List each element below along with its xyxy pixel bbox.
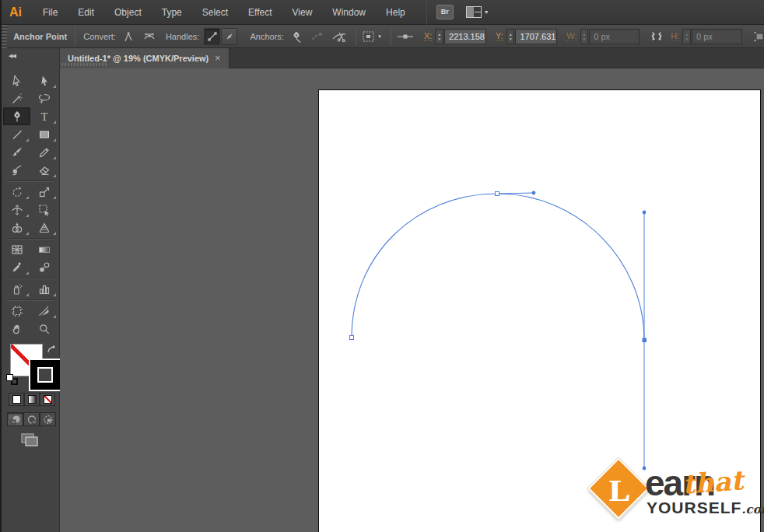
anchors-label: Anchors: (250, 32, 283, 41)
pencil-tool[interactable] (30, 143, 58, 161)
stepper-down-icon[interactable]: ▼ (509, 37, 513, 41)
menu-object[interactable]: Object (104, 0, 152, 25)
gradient-tool[interactable] (30, 240, 58, 258)
artboard-tool[interactable] (3, 302, 30, 320)
type-icon: T (38, 110, 51, 123)
draw-behind-button[interactable] (23, 412, 40, 426)
rotate-icon (11, 186, 23, 198)
menu-file[interactable]: File (33, 0, 68, 25)
w-input: 0 px (589, 29, 640, 44)
width-tool[interactable] (3, 201, 30, 219)
magic-wand-tool[interactable] (3, 89, 30, 107)
menu-view[interactable]: View (282, 0, 323, 25)
convert-to-smooth-button[interactable] (142, 28, 158, 45)
symbol-sprayer-tool[interactable] (3, 280, 30, 298)
draw-normal-icon (10, 415, 21, 425)
column-graph-icon (38, 283, 51, 296)
x-stepper[interactable]: ▲ ▼ (435, 29, 443, 44)
handles-label: Handles: (166, 32, 199, 41)
separator (75, 27, 75, 46)
swap-fill-stroke-icon[interactable] (46, 344, 58, 358)
pen-tool[interactable] (3, 107, 30, 125)
gradient-icon (38, 243, 51, 256)
scale-icon (38, 186, 51, 198)
eyedropper-tool[interactable] (3, 258, 30, 276)
chevron-down-icon: ▼ (484, 9, 489, 15)
free-transform-icon (38, 204, 51, 216)
default-fill-stroke-icon[interactable] (6, 374, 19, 386)
control-bar-grip[interactable] (2, 25, 7, 48)
workspace-switcher-button[interactable]: ▼ (466, 6, 489, 18)
hide-handles-button[interactable] (221, 28, 237, 45)
isolate-selected-object-button[interactable]: ▼ (361, 28, 383, 45)
separator (356, 27, 356, 46)
convert-label: Convert: (83, 32, 116, 41)
y-input[interactable]: 1707.631 px (515, 29, 557, 44)
remove-anchor-points-button[interactable] (289, 28, 305, 45)
draw-inside-button[interactable] (40, 412, 56, 426)
shape-builder-icon (11, 222, 23, 234)
menu-effect[interactable]: Effect (238, 0, 282, 25)
stroke-swatch-black[interactable] (29, 359, 61, 391)
blob-brush-tool[interactable] (3, 161, 30, 179)
selection-tool[interactable] (3, 72, 30, 89)
transform-panel-icon-clipped (753, 30, 764, 43)
lasso-tool[interactable] (30, 89, 58, 107)
tool-grid: T (3, 72, 58, 338)
collapse-panel-icon[interactable]: ◀◀ (9, 53, 16, 59)
menu-edit[interactable]: Edit (68, 0, 104, 25)
paintbrush-tool[interactable] (3, 143, 30, 161)
illustrator-window: Ai File Edit Object Type Select Effect V… (0, 0, 764, 532)
bridge-button[interactable]: Br (436, 5, 454, 19)
hand-tool[interactable] (3, 320, 30, 338)
line-segment-tool[interactable] (3, 125, 30, 143)
none-swatch-icon (44, 395, 52, 404)
connect-path-icon (310, 30, 324, 43)
mesh-icon (11, 243, 23, 256)
panel-grip-dots (61, 63, 107, 66)
scale-tool[interactable] (30, 183, 58, 201)
h-label: H: (671, 31, 679, 41)
eyedropper-icon (11, 261, 23, 274)
perspective-grid-tool[interactable] (30, 219, 58, 236)
show-handles-button[interactable] (204, 28, 220, 45)
eraser-tool[interactable] (30, 161, 58, 179)
menu-select[interactable]: Select (192, 0, 238, 25)
rectangle-tool[interactable] (30, 125, 58, 143)
convert-to-corner-button[interactable] (121, 28, 137, 45)
canvas-area[interactable]: L earn that YOURSELF.com (60, 68, 764, 532)
shape-builder-tool[interactable] (3, 219, 30, 236)
close-icon[interactable]: × (215, 53, 220, 64)
cut-path-button[interactable] (331, 28, 348, 45)
blend-tool[interactable] (30, 258, 58, 276)
stepper-down-icon[interactable]: ▼ (437, 37, 441, 41)
rotate-tool[interactable] (3, 183, 30, 201)
y-stepper[interactable]: ▲ ▼ (506, 29, 515, 44)
free-transform-tool[interactable] (30, 201, 58, 219)
draw-normal-button[interactable] (7, 412, 23, 426)
x-input[interactable]: 2213.158 px (444, 29, 486, 44)
lasso-icon (37, 93, 51, 105)
mesh-tool[interactable] (3, 240, 30, 258)
color-swatch-icon (12, 395, 21, 404)
menu-window[interactable]: Window (322, 0, 376, 25)
color-button[interactable] (9, 393, 24, 406)
appearance-buttons (9, 393, 55, 406)
type-tool[interactable]: T (30, 107, 58, 125)
symbol-sprayer-icon (11, 283, 23, 296)
selection-arrow-icon (11, 75, 23, 87)
none-button[interactable] (40, 393, 55, 406)
zoom-tool[interactable] (30, 320, 58, 338)
column-graph-tool[interactable] (30, 280, 58, 298)
menu-bar: Ai File Edit Object Type Select Effect V… (2, 0, 764, 25)
menu-type[interactable]: Type (152, 0, 192, 25)
direct-selection-arrow-icon (38, 75, 51, 87)
gradient-button[interactable] (24, 393, 40, 406)
perspective-grid-icon (38, 222, 51, 234)
direct-selection-tool[interactable] (30, 72, 58, 89)
change-screen-mode-button[interactable] (20, 432, 40, 451)
line-icon (11, 128, 23, 141)
menu-help[interactable]: Help (376, 0, 415, 25)
slice-tool[interactable] (30, 302, 58, 320)
constrain-proportions-toggle[interactable] (649, 30, 664, 44)
